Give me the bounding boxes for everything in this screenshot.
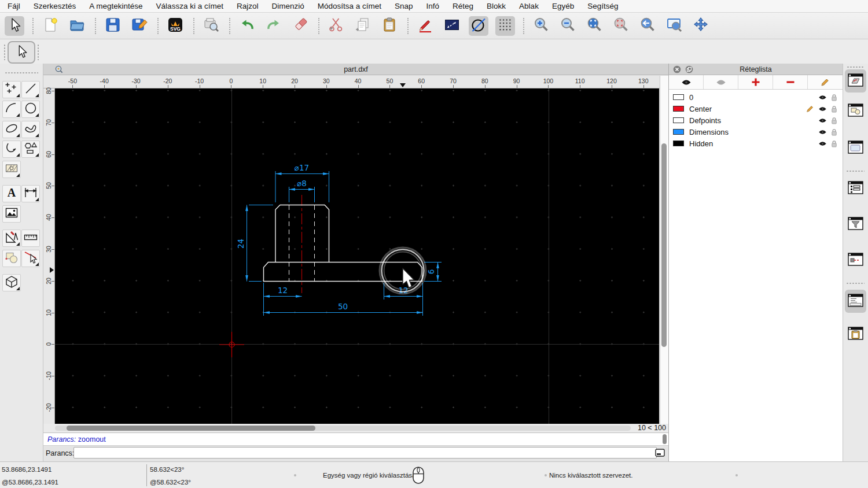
edit-layer-button[interactable] <box>808 75 843 89</box>
layer-row[interactable]: Hidden <box>669 138 843 149</box>
menu-item-v-lassza-ki-a-c-met[interactable]: Válassza ki a címet <box>156 2 223 10</box>
layer-color-swatch[interactable] <box>673 129 684 135</box>
command-input[interactable] <box>73 447 657 459</box>
history-scrollbar-thumb[interactable] <box>663 434 667 444</box>
line-tool-button[interactable] <box>21 81 40 98</box>
zoom-in-button[interactable] <box>531 16 551 36</box>
points-tool-button[interactable] <box>2 81 21 98</box>
text-tool-button[interactable]: A <box>2 185 21 202</box>
palette-handle[interactable] <box>5 72 38 74</box>
layer-color-swatch[interactable] <box>673 141 684 146</box>
dimension-tool-button[interactable] <box>21 185 40 202</box>
menu-item-dimenzi-[interactable]: Dimenzió <box>271 2 304 10</box>
copy-button[interactable] <box>353 16 373 36</box>
remove-layer-button[interactable] <box>773 75 808 89</box>
save-button[interactable] <box>103 16 123 36</box>
keyboard-focus-button[interactable] <box>654 448 665 457</box>
zoom-window-button[interactable] <box>664 16 684 36</box>
layer-visibility-icon[interactable] <box>818 106 827 112</box>
layer-visibility-icon[interactable] <box>818 94 827 101</box>
grid-toggle[interactable] <box>495 16 515 36</box>
dock-handle[interactable] <box>847 66 864 68</box>
zoom-selection-button[interactable] <box>611 16 631 36</box>
measure-tool-button[interactable] <box>21 230 40 247</box>
layer-lock-icon[interactable] <box>831 105 837 113</box>
redo-button[interactable] <box>264 16 284 36</box>
toolbar-handle[interactable] <box>37 44 39 60</box>
menu-item-inf-[interactable]: Infó <box>426 2 440 10</box>
layer-row[interactable]: Center <box>669 103 843 114</box>
delete-button[interactable] <box>290 16 310 36</box>
layer-lock-icon[interactable] <box>831 140 837 147</box>
layer-lock-icon[interactable] <box>831 117 837 124</box>
selection-window-button[interactable] <box>442 16 462 36</box>
pen-palette-dock-button[interactable] <box>845 249 866 272</box>
isometric-tool-button[interactable] <box>2 274 21 291</box>
pan-button[interactable] <box>691 16 711 36</box>
menu-item-egy-b[interactable]: Egyéb <box>552 2 574 10</box>
menu-item-ablak[interactable]: Ablak <box>519 2 539 10</box>
hide-all-layers-button[interactable] <box>704 75 738 89</box>
ellipse-tool-button[interactable] <box>2 121 21 138</box>
layer-visibility-icon[interactable] <box>818 141 827 147</box>
panel-title[interactable]: Réteglista <box>669 65 843 73</box>
menu-item-m-dos-tsa-a-c-met[interactable]: Módosítsa a címet <box>318 2 381 10</box>
layer-color-swatch[interactable] <box>673 106 684 112</box>
circle-tool-button[interactable] <box>21 101 40 118</box>
add-layer-button[interactable] <box>738 75 773 89</box>
clipboard-dock-button[interactable] <box>845 323 866 346</box>
layer-lock-icon[interactable] <box>831 94 837 101</box>
polyline-tool-button[interactable] <box>2 141 21 158</box>
edit-entity-button[interactable] <box>415 16 435 36</box>
hatch-tool-button[interactable] <box>2 161 21 178</box>
vertical-scrollbar-thumb[interactable] <box>661 143 667 347</box>
block-list-dock-button[interactable] <box>845 99 866 123</box>
cut-button[interactable] <box>326 16 346 36</box>
menu-item-seg-ts-g[interactable]: Segítség <box>587 2 618 10</box>
svg-export-button[interactable]: SVG <box>165 16 185 36</box>
document-tab-title[interactable]: part.dxf <box>43 65 668 73</box>
spline-tool-button[interactable] <box>21 121 40 138</box>
polygon-tool-button[interactable] <box>21 141 40 158</box>
menu-item-r-teg[interactable]: Réteg <box>453 2 473 10</box>
paste-button[interactable] <box>380 16 399 36</box>
undo-button[interactable] <box>237 16 257 36</box>
new-document-button[interactable] <box>41 16 60 36</box>
current-tool-select-button[interactable] <box>8 41 35 64</box>
draft-mode-toggle[interactable] <box>469 16 488 36</box>
vertical-scrollbar[interactable] <box>660 76 668 424</box>
arc-tool-button[interactable] <box>2 101 21 118</box>
menu-item-f-jl[interactable]: Fájl <box>8 2 20 10</box>
zoom-out-button[interactable] <box>558 16 578 36</box>
explode-tool-button[interactable] <box>2 250 21 267</box>
deselect-tool-button[interactable] <box>21 250 40 267</box>
zoom-previous-button[interactable] <box>638 16 657 36</box>
menu-item-blokk[interactable]: Blokk <box>487 2 506 10</box>
menu-item-a-megtekint-se[interactable]: A megtekintése <box>89 2 142 10</box>
show-all-layers-button[interactable] <box>669 75 704 89</box>
layer-list-dock-button[interactable] <box>845 69 866 93</box>
entity-list-dock-button[interactable] <box>845 177 866 200</box>
drawing-canvas[interactable]: ⌀17 ⌀8 24 6 12 12 50 <box>55 88 659 424</box>
dimensions[interactable] <box>247 171 442 316</box>
menu-item-snap[interactable]: Snap <box>395 2 413 10</box>
toolbar-handle[interactable] <box>3 44 6 60</box>
zoom-auto-button[interactable] <box>584 16 604 36</box>
layer-color-swatch[interactable] <box>673 117 684 123</box>
layer-row[interactable]: Defpoints <box>669 114 843 126</box>
save-as-button[interactable] <box>130 16 149 36</box>
layer-row[interactable]: Dimensions <box>669 126 843 138</box>
layer-visibility-icon[interactable] <box>818 117 827 124</box>
menu-item-rajzol[interactable]: Rajzol <box>237 2 259 10</box>
filter-dock-button[interactable] <box>845 213 866 236</box>
layer-visibility-icon[interactable] <box>818 129 827 135</box>
horizontal-scrollbar[interactable] <box>55 426 631 431</box>
layer-lock-icon[interactable] <box>831 128 837 136</box>
horizontal-scrollbar-thumb[interactable] <box>67 426 315 431</box>
modify-tool-button[interactable] <box>2 230 21 247</box>
layer-color-swatch[interactable] <box>673 94 684 100</box>
part-outline[interactable] <box>264 205 422 282</box>
command-widget-dock-button[interactable] <box>845 290 866 313</box>
menu-item-szerkeszt-s[interactable]: Szerkesztés <box>34 2 76 10</box>
print-preview-button[interactable] <box>201 16 221 36</box>
